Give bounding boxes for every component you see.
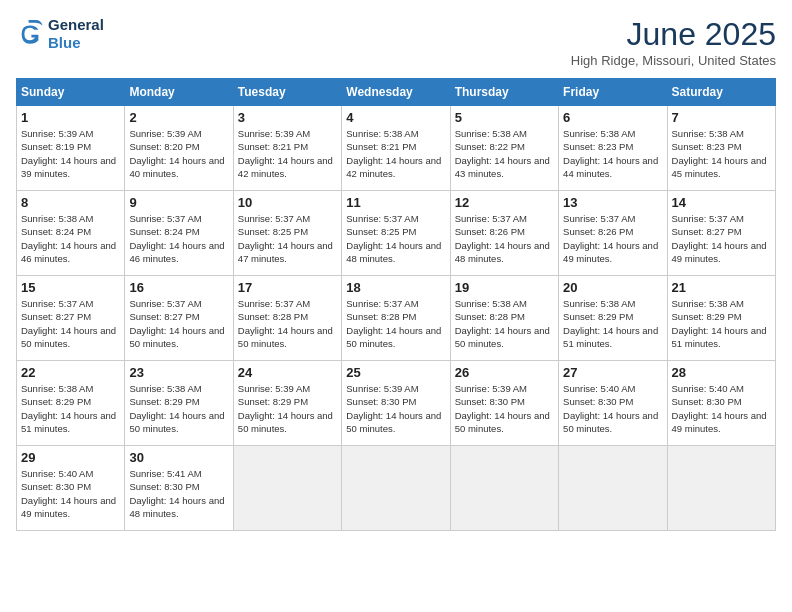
- calendar-day-cell: 4Sunrise: 5:38 AMSunset: 8:21 PMDaylight…: [342, 106, 450, 191]
- day-number: 6: [563, 110, 662, 125]
- calendar-day-cell: 12Sunrise: 5:37 AMSunset: 8:26 PMDayligh…: [450, 191, 558, 276]
- day-info: Sunrise: 5:38 AMSunset: 8:23 PMDaylight:…: [672, 127, 771, 180]
- day-number: 26: [455, 365, 554, 380]
- day-info: Sunrise: 5:39 AMSunset: 8:19 PMDaylight:…: [21, 127, 120, 180]
- day-info: Sunrise: 5:38 AMSunset: 8:29 PMDaylight:…: [129, 382, 228, 435]
- calendar-day-cell: 25Sunrise: 5:39 AMSunset: 8:30 PMDayligh…: [342, 361, 450, 446]
- logo: General Blue: [16, 16, 104, 52]
- day-number: 28: [672, 365, 771, 380]
- calendar-day-cell: 30Sunrise: 5:41 AMSunset: 8:30 PMDayligh…: [125, 446, 233, 531]
- day-number: 1: [21, 110, 120, 125]
- day-info: Sunrise: 5:40 AMSunset: 8:30 PMDaylight:…: [563, 382, 662, 435]
- day-info: Sunrise: 5:38 AMSunset: 8:29 PMDaylight:…: [672, 297, 771, 350]
- calendar-day-cell: [450, 446, 558, 531]
- weekday-header-monday: Monday: [125, 79, 233, 106]
- day-number: 14: [672, 195, 771, 210]
- day-number: 27: [563, 365, 662, 380]
- day-number: 19: [455, 280, 554, 295]
- calendar-day-cell: 22Sunrise: 5:38 AMSunset: 8:29 PMDayligh…: [17, 361, 125, 446]
- calendar-week-row: 22Sunrise: 5:38 AMSunset: 8:29 PMDayligh…: [17, 361, 776, 446]
- weekday-header-friday: Friday: [559, 79, 667, 106]
- day-number: 22: [21, 365, 120, 380]
- day-number: 15: [21, 280, 120, 295]
- day-info: Sunrise: 5:40 AMSunset: 8:30 PMDaylight:…: [672, 382, 771, 435]
- day-info: Sunrise: 5:38 AMSunset: 8:29 PMDaylight:…: [563, 297, 662, 350]
- day-info: Sunrise: 5:39 AMSunset: 8:21 PMDaylight:…: [238, 127, 337, 180]
- day-info: Sunrise: 5:38 AMSunset: 8:29 PMDaylight:…: [21, 382, 120, 435]
- day-number: 10: [238, 195, 337, 210]
- day-info: Sunrise: 5:37 AMSunset: 8:28 PMDaylight:…: [346, 297, 445, 350]
- calendar-day-cell: 19Sunrise: 5:38 AMSunset: 8:28 PMDayligh…: [450, 276, 558, 361]
- day-info: Sunrise: 5:37 AMSunset: 8:27 PMDaylight:…: [129, 297, 228, 350]
- day-info: Sunrise: 5:37 AMSunset: 8:27 PMDaylight:…: [21, 297, 120, 350]
- day-info: Sunrise: 5:38 AMSunset: 8:28 PMDaylight:…: [455, 297, 554, 350]
- day-number: 24: [238, 365, 337, 380]
- day-info: Sunrise: 5:37 AMSunset: 8:27 PMDaylight:…: [672, 212, 771, 265]
- calendar-day-cell: 8Sunrise: 5:38 AMSunset: 8:24 PMDaylight…: [17, 191, 125, 276]
- day-number: 17: [238, 280, 337, 295]
- calendar-day-cell: 9Sunrise: 5:37 AMSunset: 8:24 PMDaylight…: [125, 191, 233, 276]
- day-number: 5: [455, 110, 554, 125]
- day-info: Sunrise: 5:39 AMSunset: 8:30 PMDaylight:…: [455, 382, 554, 435]
- calendar-day-cell: 3Sunrise: 5:39 AMSunset: 8:21 PMDaylight…: [233, 106, 341, 191]
- day-number: 12: [455, 195, 554, 210]
- title-area: June 2025 High Ridge, Missouri, United S…: [571, 16, 776, 68]
- calendar-day-cell: 13Sunrise: 5:37 AMSunset: 8:26 PMDayligh…: [559, 191, 667, 276]
- day-number: 16: [129, 280, 228, 295]
- day-info: Sunrise: 5:38 AMSunset: 8:23 PMDaylight:…: [563, 127, 662, 180]
- day-number: 20: [563, 280, 662, 295]
- calendar-week-row: 15Sunrise: 5:37 AMSunset: 8:27 PMDayligh…: [17, 276, 776, 361]
- day-info: Sunrise: 5:37 AMSunset: 8:28 PMDaylight:…: [238, 297, 337, 350]
- weekday-header-saturday: Saturday: [667, 79, 775, 106]
- calendar-day-cell: 26Sunrise: 5:39 AMSunset: 8:30 PMDayligh…: [450, 361, 558, 446]
- calendar-day-cell: 29Sunrise: 5:40 AMSunset: 8:30 PMDayligh…: [17, 446, 125, 531]
- day-info: Sunrise: 5:38 AMSunset: 8:22 PMDaylight:…: [455, 127, 554, 180]
- location: High Ridge, Missouri, United States: [571, 53, 776, 68]
- calendar-day-cell: 18Sunrise: 5:37 AMSunset: 8:28 PMDayligh…: [342, 276, 450, 361]
- calendar-day-cell: [233, 446, 341, 531]
- calendar-day-cell: 27Sunrise: 5:40 AMSunset: 8:30 PMDayligh…: [559, 361, 667, 446]
- calendar-day-cell: 2Sunrise: 5:39 AMSunset: 8:20 PMDaylight…: [125, 106, 233, 191]
- logo-icon: [16, 20, 44, 48]
- day-number: 9: [129, 195, 228, 210]
- day-number: 3: [238, 110, 337, 125]
- day-info: Sunrise: 5:39 AMSunset: 8:30 PMDaylight:…: [346, 382, 445, 435]
- calendar-day-cell: 16Sunrise: 5:37 AMSunset: 8:27 PMDayligh…: [125, 276, 233, 361]
- calendar-day-cell: 21Sunrise: 5:38 AMSunset: 8:29 PMDayligh…: [667, 276, 775, 361]
- calendar-week-row: 29Sunrise: 5:40 AMSunset: 8:30 PMDayligh…: [17, 446, 776, 531]
- calendar-week-row: 1Sunrise: 5:39 AMSunset: 8:19 PMDaylight…: [17, 106, 776, 191]
- calendar-day-cell: 15Sunrise: 5:37 AMSunset: 8:27 PMDayligh…: [17, 276, 125, 361]
- day-info: Sunrise: 5:37 AMSunset: 8:26 PMDaylight:…: [563, 212, 662, 265]
- day-number: 30: [129, 450, 228, 465]
- day-info: Sunrise: 5:37 AMSunset: 8:26 PMDaylight:…: [455, 212, 554, 265]
- day-number: 18: [346, 280, 445, 295]
- month-title: June 2025: [571, 16, 776, 53]
- calendar-day-cell: 14Sunrise: 5:37 AMSunset: 8:27 PMDayligh…: [667, 191, 775, 276]
- calendar-day-cell: 20Sunrise: 5:38 AMSunset: 8:29 PMDayligh…: [559, 276, 667, 361]
- page-header: General Blue June 2025 High Ridge, Misso…: [16, 16, 776, 68]
- day-info: Sunrise: 5:38 AMSunset: 8:24 PMDaylight:…: [21, 212, 120, 265]
- day-info: Sunrise: 5:40 AMSunset: 8:30 PMDaylight:…: [21, 467, 120, 520]
- day-info: Sunrise: 5:38 AMSunset: 8:21 PMDaylight:…: [346, 127, 445, 180]
- day-info: Sunrise: 5:37 AMSunset: 8:25 PMDaylight:…: [346, 212, 445, 265]
- calendar-day-cell: 17Sunrise: 5:37 AMSunset: 8:28 PMDayligh…: [233, 276, 341, 361]
- calendar-week-row: 8Sunrise: 5:38 AMSunset: 8:24 PMDaylight…: [17, 191, 776, 276]
- day-number: 29: [21, 450, 120, 465]
- day-info: Sunrise: 5:39 AMSunset: 8:20 PMDaylight:…: [129, 127, 228, 180]
- day-number: 8: [21, 195, 120, 210]
- calendar-header-row: SundayMondayTuesdayWednesdayThursdayFrid…: [17, 79, 776, 106]
- day-number: 4: [346, 110, 445, 125]
- day-number: 2: [129, 110, 228, 125]
- calendar-day-cell: [667, 446, 775, 531]
- day-number: 11: [346, 195, 445, 210]
- weekday-header-wednesday: Wednesday: [342, 79, 450, 106]
- day-number: 23: [129, 365, 228, 380]
- calendar-day-cell: 24Sunrise: 5:39 AMSunset: 8:29 PMDayligh…: [233, 361, 341, 446]
- logo-text: General Blue: [48, 16, 104, 52]
- calendar-day-cell: 28Sunrise: 5:40 AMSunset: 8:30 PMDayligh…: [667, 361, 775, 446]
- day-info: Sunrise: 5:39 AMSunset: 8:29 PMDaylight:…: [238, 382, 337, 435]
- calendar-day-cell: 10Sunrise: 5:37 AMSunset: 8:25 PMDayligh…: [233, 191, 341, 276]
- weekday-header-sunday: Sunday: [17, 79, 125, 106]
- calendar-day-cell: 7Sunrise: 5:38 AMSunset: 8:23 PMDaylight…: [667, 106, 775, 191]
- day-info: Sunrise: 5:37 AMSunset: 8:24 PMDaylight:…: [129, 212, 228, 265]
